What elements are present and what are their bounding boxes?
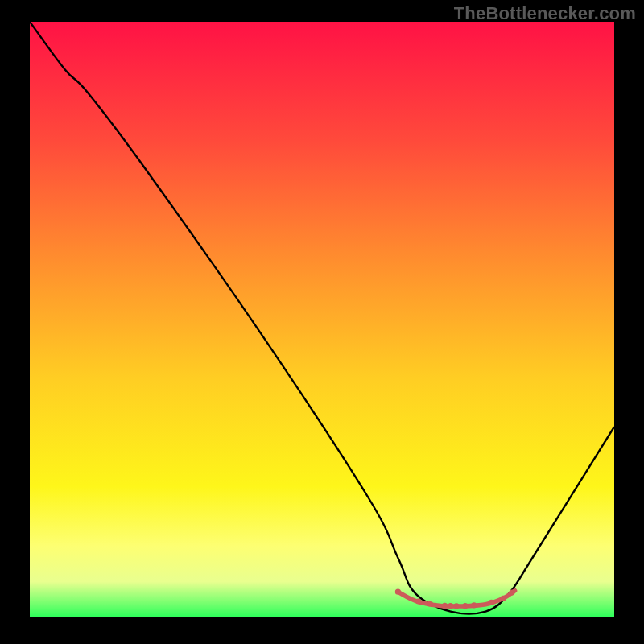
low-band-marker	[442, 603, 448, 609]
chart-svg	[30, 22, 614, 617]
low-band-marker	[415, 598, 421, 604]
plot-area	[30, 22, 614, 617]
low-band-marker	[448, 603, 453, 609]
chart-frame: TheBottlenecker.com	[0, 0, 644, 644]
watermark-label: TheBottlenecker.com	[454, 3, 636, 24]
low-band-marker	[500, 596, 506, 601]
low-band-marker	[471, 602, 477, 608]
low-band-marker	[462, 603, 468, 609]
low-band-marker	[453, 603, 459, 609]
gradient-background	[30, 22, 614, 617]
low-band-marker	[427, 601, 433, 606]
low-band-marker	[509, 590, 514, 596]
low-band-marker	[489, 600, 494, 605]
low-band-marker	[395, 589, 401, 595]
